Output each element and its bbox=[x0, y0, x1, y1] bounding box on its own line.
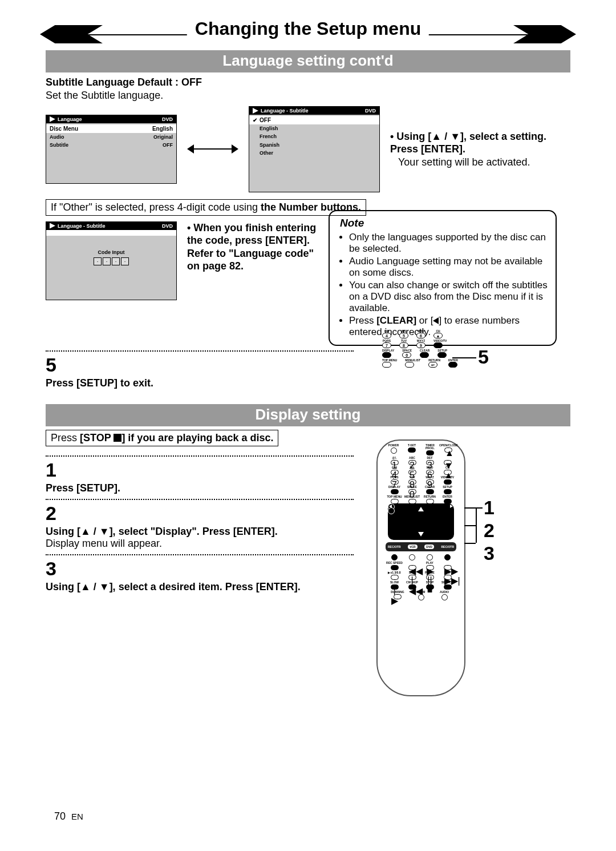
osd-code-input: Language - Subtitle DVD Code Input ---- bbox=[46, 221, 177, 300]
tset-button bbox=[408, 447, 416, 453]
osd-tag: DVD bbox=[162, 116, 173, 122]
using-instruction: Using [▲ / ▼], select a setting. Press [… bbox=[390, 131, 546, 155]
osd-row-value: English bbox=[152, 126, 173, 132]
code-instruction: When you finish entering the code, press… bbox=[187, 222, 316, 272]
dotted-divider bbox=[46, 499, 354, 500]
dpad bbox=[388, 503, 454, 540]
osd-language-subtitle: Language - Subtitle DVD ✔OFF English Fre… bbox=[249, 106, 380, 192]
page-title: Changing the Setup menu bbox=[187, 18, 429, 39]
osd-title: Language - Subtitle bbox=[261, 108, 309, 114]
page-banner: Changing the Setup menu bbox=[46, 22, 570, 48]
note-item: Only the languages supported by the disc… bbox=[349, 232, 548, 255]
osd-tag: DVD bbox=[162, 223, 173, 229]
section-language: Language setting cont'd bbox=[46, 50, 570, 72]
callout-1: 1 bbox=[484, 497, 495, 519]
osd-option: OFF bbox=[260, 117, 271, 123]
callout-3: 3 bbox=[484, 542, 495, 564]
remote-control: POWER T-SET TIMER PROG. OPEN/CLOSE▲ @!.1… bbox=[376, 439, 465, 696]
code-label: Code Input bbox=[46, 249, 176, 255]
code-boxes: ---- bbox=[46, 257, 176, 265]
dotted-divider bbox=[46, 455, 354, 457]
note-box: Note Only the languages supported by the… bbox=[329, 210, 557, 346]
step-number: 1 bbox=[46, 459, 570, 481]
page-number: 70 EN bbox=[54, 810, 83, 822]
triangle-left-icon bbox=[433, 317, 439, 324]
callout-5: 5 bbox=[478, 346, 489, 368]
play-icon bbox=[50, 116, 55, 122]
osd-row-value: Original bbox=[153, 134, 173, 140]
osd-option: Other bbox=[249, 149, 379, 157]
mode-bar: REC/OTRVCRDVDREC/OTR bbox=[386, 542, 456, 551]
keypad-detail: GHI4 JKL5 MNO6 CH▲ PQRS7 TUV8 WXYZ9 VIDE… bbox=[382, 330, 458, 369]
osd-row-label: Subtitle bbox=[50, 142, 68, 148]
callout-2: 2 bbox=[484, 519, 495, 542]
dotted-divider bbox=[46, 350, 354, 352]
note-item: Audio Language setting may not be availa… bbox=[349, 256, 548, 279]
osd-option: English bbox=[249, 124, 379, 132]
using-sub: Your setting will be activated. bbox=[390, 156, 570, 169]
stop-icon bbox=[114, 434, 121, 442]
section-display: Display setting bbox=[46, 404, 570, 426]
open-close-button: ▲ bbox=[444, 447, 452, 453]
step-number: 5 bbox=[46, 354, 570, 376]
power-button bbox=[391, 447, 397, 454]
play-icon bbox=[50, 223, 55, 229]
osd-option: Spanish bbox=[249, 141, 379, 149]
step-text: Using [▲ / ▼], select a desired item. Pr… bbox=[46, 581, 570, 593]
note-title: Note bbox=[340, 217, 548, 229]
subtitle-desc: Set the Subtitle language. bbox=[46, 89, 570, 102]
subtitle-heading: Subtitle Language Default : OFF bbox=[46, 76, 570, 89]
timer-button bbox=[426, 450, 434, 455]
osd-title: Language - Subtitle bbox=[58, 223, 106, 229]
other-note: If "Other" is selected, press 4-digit co… bbox=[46, 199, 366, 216]
osd-option: French bbox=[249, 132, 379, 140]
osd-tag: DVD bbox=[365, 108, 376, 114]
step-text: Press [SETUP]. bbox=[46, 482, 570, 494]
osd-row-value: OFF bbox=[163, 142, 173, 148]
note-item: You can also change or switch off the su… bbox=[349, 280, 548, 314]
osd-row-label: Disc Menu bbox=[50, 126, 78, 132]
dotted-divider bbox=[46, 554, 354, 555]
osd-row-label: Audio bbox=[50, 134, 64, 140]
play-icon bbox=[253, 108, 258, 114]
stop-note: Press [STOP ] if you are playing back a … bbox=[46, 430, 278, 446]
double-arrow-icon bbox=[187, 143, 238, 155]
osd-title: Language bbox=[58, 116, 82, 122]
osd-language: Language DVD Disc MenuEnglish AudioOrigi… bbox=[46, 115, 177, 184]
step-text: Press [SETUP] to exit. bbox=[46, 377, 570, 389]
